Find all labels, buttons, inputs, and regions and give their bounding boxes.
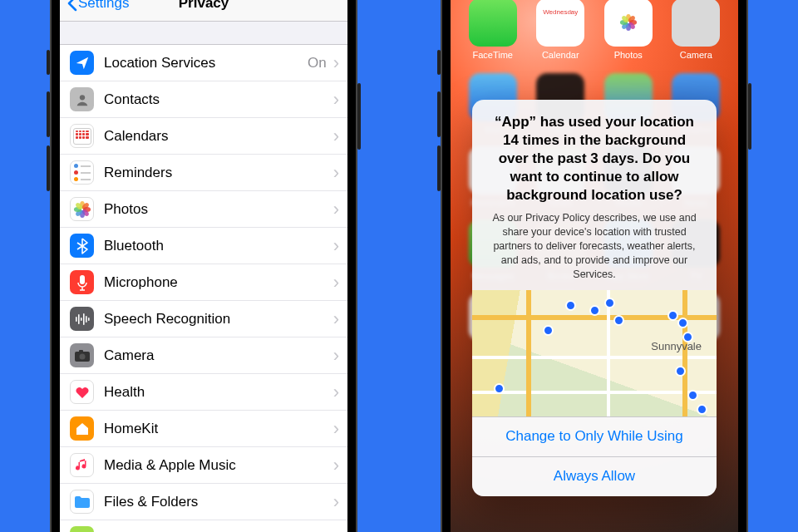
back-label: Settings bbox=[78, 0, 129, 12]
always-allow-button[interactable]: Always Allow bbox=[472, 456, 717, 496]
home-apps-row1: FaceTimeWednesday18CalendarPhotosCamera bbox=[451, 0, 738, 60]
location-icon bbox=[70, 51, 94, 75]
alert-map: Sunnyvale bbox=[472, 290, 717, 416]
row-label: Camera bbox=[104, 347, 330, 364]
settings-row-bluetooth[interactable]: Bluetooth› bbox=[60, 228, 347, 264]
row-label: Speech Recognition bbox=[104, 311, 330, 328]
location-point bbox=[565, 300, 576, 311]
section-separator bbox=[60, 22, 347, 45]
calendars-icon bbox=[70, 124, 94, 148]
row-label: HomeKit bbox=[104, 421, 330, 437]
location-point bbox=[687, 390, 698, 401]
chevron-right-icon: › bbox=[330, 127, 342, 145]
svg-point-17 bbox=[79, 353, 85, 359]
settings-row-media[interactable]: Media & Apple Music› bbox=[60, 447, 347, 484]
location-point bbox=[675, 366, 686, 377]
speech-icon bbox=[70, 307, 94, 331]
nav-bar: Settings Privacy bbox=[60, 0, 347, 22]
chevron-right-icon: › bbox=[330, 420, 342, 438]
bluetooth-icon bbox=[70, 234, 94, 258]
app-label: Camera bbox=[680, 50, 712, 60]
chevron-right-icon: › bbox=[330, 347, 342, 365]
chevron-right-icon: › bbox=[330, 530, 342, 533]
location-point bbox=[697, 404, 707, 415]
calendar-tile: Wednesday18 bbox=[536, 0, 584, 47]
screen-right: FaceTimeWednesday18CalendarPhotosCamera … bbox=[451, 0, 738, 532]
photos-icon bbox=[70, 197, 94, 221]
settings-row-microphone[interactable]: Microphone› bbox=[60, 264, 347, 301]
svg-point-0 bbox=[79, 95, 84, 100]
alert-body: As our Privacy Policy describes, we use … bbox=[487, 211, 702, 281]
photos-tile bbox=[604, 0, 653, 47]
files-icon bbox=[70, 490, 94, 514]
motion-icon bbox=[70, 526, 94, 532]
chevron-right-icon: › bbox=[330, 91, 342, 109]
settings-row-homekit[interactable]: HomeKit› bbox=[60, 411, 347, 447]
location-permission-alert: “App” has used your location 14 times in… bbox=[472, 100, 717, 496]
settings-row-camera[interactable]: Camera› bbox=[60, 337, 347, 374]
contacts-icon bbox=[70, 87, 94, 111]
app-calendar[interactable]: Wednesday18Calendar bbox=[534, 0, 587, 60]
svg-rect-10 bbox=[76, 317, 77, 322]
row-label: Calendars bbox=[104, 128, 330, 145]
chevron-right-icon: › bbox=[330, 273, 342, 292]
svg-rect-18 bbox=[79, 350, 83, 352]
app-camera[interactable]: Camera bbox=[669, 0, 722, 60]
row-label: Reminders bbox=[104, 165, 330, 181]
location-point bbox=[682, 332, 693, 342]
row-label: Photos bbox=[104, 201, 330, 218]
settings-row-photos[interactable]: Photos› bbox=[60, 191, 347, 228]
back-button[interactable]: Settings bbox=[66, 0, 129, 12]
svg-rect-11 bbox=[78, 314, 80, 324]
chevron-right-icon: › bbox=[330, 456, 342, 475]
settings-list: Location ServicesOn›Contacts›Calendars›R… bbox=[60, 45, 347, 532]
change-to-while-using-button[interactable]: Change to Only While Using bbox=[472, 416, 717, 456]
settings-row-calendars[interactable]: Calendars› bbox=[60, 118, 347, 155]
svg-rect-14 bbox=[86, 316, 87, 323]
chevron-right-icon: › bbox=[330, 493, 342, 511]
row-value: On bbox=[308, 55, 327, 71]
row-label: Bluetooth bbox=[104, 238, 330, 254]
settings-row-motion[interactable]: Motion & Fitness› bbox=[60, 520, 347, 532]
settings-row-files[interactable]: Files & Folders› bbox=[60, 484, 347, 520]
row-label: Files & Folders bbox=[104, 494, 330, 510]
reminders-icon bbox=[70, 160, 94, 185]
screen-left: Settings Privacy Location ServicesOn›Con… bbox=[60, 0, 347, 532]
microphone-icon bbox=[70, 270, 94, 294]
svg-rect-9 bbox=[80, 275, 85, 284]
row-label: Contacts bbox=[104, 91, 330, 108]
app-photos[interactable]: Photos bbox=[602, 0, 655, 60]
settings-row-health[interactable]: Health› bbox=[60, 374, 347, 411]
location-point bbox=[613, 315, 624, 326]
location-point bbox=[543, 325, 554, 336]
settings-row-contacts[interactable]: Contacts› bbox=[60, 81, 347, 118]
media-icon bbox=[70, 453, 94, 477]
map-place-label: Sunnyvale bbox=[651, 340, 702, 352]
phone-frame-left: Settings Privacy Location ServicesOn›Con… bbox=[50, 0, 357, 532]
app-facetime[interactable]: FaceTime bbox=[466, 0, 520, 60]
chevron-right-icon: › bbox=[330, 310, 342, 328]
chevron-right-icon: › bbox=[330, 237, 342, 255]
chevron-right-icon: › bbox=[330, 54, 342, 72]
app-label: FaceTime bbox=[473, 50, 514, 60]
settings-row-location[interactable]: Location ServicesOn› bbox=[60, 45, 347, 81]
row-label: Media & Apple Music bbox=[104, 457, 330, 474]
homekit-icon bbox=[70, 416, 94, 441]
camera-icon bbox=[70, 343, 94, 367]
camera-tile bbox=[672, 0, 720, 47]
svg-rect-13 bbox=[83, 313, 85, 325]
location-point bbox=[604, 298, 615, 308]
location-point bbox=[589, 305, 600, 316]
chevron-right-icon: › bbox=[330, 200, 342, 219]
chevron-right-icon: › bbox=[330, 383, 342, 401]
settings-row-reminders[interactable]: Reminders› bbox=[60, 155, 347, 191]
app-label: Calendar bbox=[542, 50, 579, 60]
alert-heading: “App” has used your location 14 times in… bbox=[487, 113, 702, 204]
settings-row-speech[interactable]: Speech Recognition› bbox=[60, 301, 347, 337]
app-label: Photos bbox=[614, 50, 643, 60]
row-label: Microphone bbox=[104, 274, 330, 291]
facetime-tile bbox=[469, 0, 517, 47]
row-label: Location Services bbox=[104, 55, 308, 71]
chevron-left-icon bbox=[66, 0, 78, 12]
svg-rect-12 bbox=[81, 318, 82, 321]
